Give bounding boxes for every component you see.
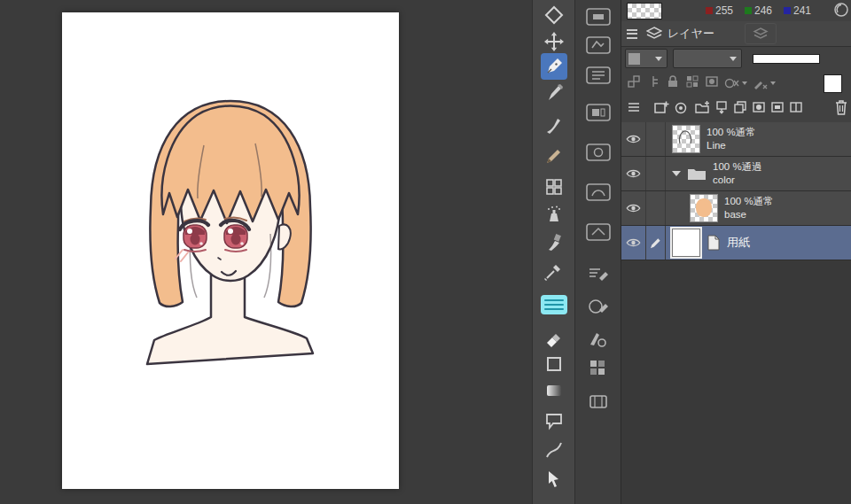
- visibility-toggle[interactable]: [621, 122, 646, 156]
- canvas-area[interactable]: [0, 0, 532, 504]
- toolset-folder-1[interactable]: [582, 4, 614, 30]
- frame-border-button[interactable]: [770, 100, 785, 118]
- toolset-folder-6[interactable]: [582, 179, 614, 205]
- layer-name: 用紙: [727, 235, 750, 251]
- document-canvas[interactable]: [62, 12, 399, 489]
- airbrush-tool[interactable]: [541, 201, 567, 228]
- palette-list-button[interactable]: [627, 100, 641, 118]
- layer-thumbnail[interactable]: [690, 194, 718, 222]
- new-vector-layer-button[interactable]: [674, 100, 690, 118]
- timeline-button[interactable]: [582, 388, 614, 415]
- thumbnail-chip: [628, 53, 640, 65]
- inactive-stack-icon: [753, 27, 769, 41]
- airbrush-icon: [544, 205, 564, 224]
- eye-left-highlight: [187, 229, 192, 234]
- ruler-tool[interactable]: [541, 437, 567, 463]
- toolset-folder-icon: [585, 102, 612, 123]
- balloon-tool[interactable]: [541, 407, 567, 434]
- chevron-down-icon: [655, 57, 662, 61]
- clip-to-layer-button[interactable]: [627, 74, 641, 92]
- visibility-toggle[interactable]: [621, 157, 646, 190]
- eye-right-highlight2: [240, 242, 244, 245]
- brush-tool[interactable]: [541, 112, 567, 138]
- blend-mode-dropdown[interactable]: [673, 49, 742, 68]
- eye-right-pupil: [231, 234, 241, 245]
- rgb-blue-readout: 241: [784, 4, 811, 17]
- eye-left-highlight2: [199, 242, 203, 245]
- register-subtool-button[interactable]: [582, 293, 614, 320]
- balloon-icon: [544, 411, 564, 430]
- layer-color-swatch[interactable]: [824, 74, 842, 93]
- layer-row-line[interactable]: 100 %通常 Line: [621, 122, 851, 157]
- fill-tool[interactable]: [541, 291, 567, 318]
- edit-list-button[interactable]: [582, 260, 614, 287]
- layer-opacity-mode: 100 %通常: [707, 126, 756, 139]
- collapse-arrow-icon[interactable]: [672, 171, 681, 176]
- decoration-tool[interactable]: [541, 174, 567, 200]
- layer-info: 100 %通常 Line: [707, 126, 756, 152]
- transfer-layer-button[interactable]: [714, 100, 729, 118]
- toolset-folder-7[interactable]: [582, 219, 614, 245]
- chevron-down-icon: [730, 57, 737, 61]
- frame-icon: [770, 100, 785, 114]
- edit-list-icon: [587, 264, 610, 283]
- toolset-folder-2[interactable]: [582, 32, 614, 58]
- eraser-tool[interactable]: [541, 324, 567, 351]
- palette-menu-button[interactable]: [627, 29, 637, 39]
- visibility-toggle[interactable]: [621, 191, 646, 225]
- two-pane-button[interactable]: [789, 100, 803, 118]
- layer-row-base[interactable]: 100 %通常 base: [621, 191, 851, 226]
- material-grid-button[interactable]: [582, 354, 614, 381]
- marker-tool[interactable]: [541, 80, 567, 106]
- toolset-folder-5[interactable]: [582, 139, 614, 166]
- layer-thumbnail[interactable]: [672, 125, 700, 153]
- pencil-tool[interactable]: [541, 143, 567, 169]
- eye-icon: [626, 168, 641, 179]
- lock-transparency-button[interactable]: [685, 74, 699, 92]
- layer-row-content: 100 %通常 Line: [665, 122, 851, 156]
- draft-layer-button[interactable]: [753, 76, 776, 90]
- inactive-palette-tab[interactable]: [745, 23, 777, 44]
- rgb-red-readout: 255: [706, 4, 733, 17]
- toolset-folder-3[interactable]: [582, 62, 614, 89]
- red-value: 255: [715, 4, 733, 17]
- delete-layer-button[interactable]: [834, 99, 848, 119]
- subview-button[interactable]: [833, 2, 849, 21]
- new-folder-button[interactable]: [694, 100, 710, 118]
- navigate-icon: [544, 5, 564, 25]
- pen-tool[interactable]: [541, 53, 567, 80]
- toolset-folder-4[interactable]: [582, 99, 614, 126]
- eyedropper-tool[interactable]: [541, 258, 567, 284]
- figure-tool[interactable]: [541, 351, 567, 377]
- layer-row-paper[interactable]: 用紙: [621, 226, 851, 260]
- opacity-slider[interactable]: [753, 54, 820, 64]
- move-tool[interactable]: [541, 28, 567, 55]
- new-layer-icon: [653, 100, 669, 114]
- lock-layer-button[interactable]: [666, 74, 680, 92]
- layer-thumbnail-dropdown[interactable]: [625, 49, 668, 68]
- enable-mask-button[interactable]: [705, 74, 719, 92]
- main-toolbar: [532, 0, 575, 504]
- reference-layer-button[interactable]: [646, 74, 660, 92]
- app-window: 255 246 241 レイヤー: [0, 0, 851, 504]
- create-mask-button[interactable]: [752, 100, 766, 118]
- current-color-swatch[interactable]: [627, 3, 662, 19]
- object-tool[interactable]: [541, 466, 567, 492]
- blend-tool[interactable]: [541, 229, 567, 255]
- eyedropper-icon: [544, 261, 564, 281]
- ruler-visibility-button[interactable]: [724, 76, 747, 90]
- new-layer-button[interactable]: [653, 100, 669, 118]
- decoration-icon: [544, 177, 564, 197]
- gradient-tool[interactable]: [541, 377, 567, 404]
- clip-column: [645, 191, 666, 225]
- gradient-icon: [544, 381, 564, 400]
- list-icon: [627, 100, 641, 114]
- combine-layer-button[interactable]: [733, 100, 747, 118]
- paper-thumbnail[interactable]: [672, 229, 700, 257]
- layer-row-color-folder[interactable]: 100 %通過 color: [621, 157, 851, 191]
- layers-tab[interactable]: レイヤー: [646, 26, 714, 42]
- navigate-tool[interactable]: [541, 2, 567, 28]
- subtool-settings-button[interactable]: [582, 327, 614, 353]
- visibility-toggle[interactable]: [621, 226, 646, 260]
- blue-channel-swatch: [784, 7, 791, 14]
